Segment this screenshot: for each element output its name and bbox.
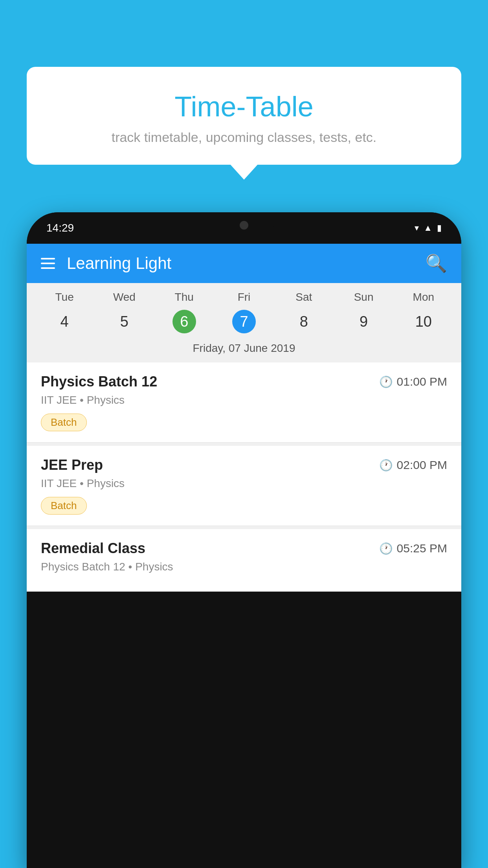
status-time: 14:29	[46, 222, 74, 234]
day-header-fri: Fri	[214, 291, 274, 303]
divider-2	[27, 526, 461, 529]
class-item-2[interactable]: JEE Prep 🕐 02:00 PM IIT JEE • Physics Ba…	[27, 446, 461, 526]
battery-icon: ▮	[437, 223, 442, 233]
class-time-value-1: 01:00 PM	[397, 375, 447, 388]
menu-icon[interactable]	[41, 258, 55, 269]
day-6-today[interactable]: 6	[172, 310, 196, 333]
app-header: Learning Light 🔍	[27, 244, 461, 283]
search-icon[interactable]: 🔍	[426, 255, 447, 272]
clock-icon-3: 🕐	[379, 542, 393, 555]
day-header-mon: Mon	[394, 291, 453, 303]
clock-icon-2: 🕐	[379, 459, 393, 472]
day-header-sat: Sat	[274, 291, 334, 303]
class-item-header-3: Remedial Class 🕐 05:25 PM	[41, 540, 447, 557]
wifi-icon: ▾	[415, 223, 419, 233]
class-meta-3: Physics Batch 12 • Physics	[41, 561, 447, 573]
day-headers: Tue Wed Thu Fri Sat Sun Mon	[31, 283, 457, 307]
tooltip-subtitle: track timetable, upcoming classes, tests…	[46, 130, 442, 145]
batch-tag-2: Batch	[41, 497, 87, 515]
status-icons: ▾ ▲ ▮	[415, 223, 442, 233]
day-header-thu: Thu	[154, 291, 214, 303]
day-4[interactable]: 4	[35, 310, 94, 333]
class-item-3[interactable]: Remedial Class 🕐 05:25 PM Physics Batch …	[27, 529, 461, 592]
class-name-3: Remedial Class	[41, 540, 145, 557]
camera	[240, 221, 248, 230]
day-header-wed: Wed	[94, 291, 154, 303]
class-item-1[interactable]: Physics Batch 12 🕐 01:00 PM IIT JEE • Ph…	[27, 362, 461, 443]
day-10[interactable]: 10	[394, 310, 453, 333]
day-numbers: 4 5 6 7 8 9 10	[31, 307, 457, 338]
divider-1	[27, 443, 461, 446]
day-header-tue: Tue	[35, 291, 94, 303]
phone-notch	[213, 212, 275, 234]
tooltip-title: Time-Table	[46, 90, 442, 123]
day-header-sun: Sun	[334, 291, 393, 303]
class-name-2: JEE Prep	[41, 457, 103, 473]
calendar: Tue Wed Thu Fri Sat Sun Mon 4 5 6 7 8 9 …	[27, 283, 461, 362]
class-time-2: 🕐 02:00 PM	[379, 458, 447, 472]
content-area: Physics Batch 12 🕐 01:00 PM IIT JEE • Ph…	[27, 362, 461, 592]
status-bar: 14:29 ▾ ▲ ▮	[27, 212, 461, 244]
class-time-value-2: 02:00 PM	[397, 458, 447, 472]
class-meta-2: IIT JEE • Physics	[41, 477, 447, 490]
day-8[interactable]: 8	[274, 310, 334, 333]
selected-date-label: Friday, 07 June 2019	[31, 338, 457, 362]
class-item-header-1: Physics Batch 12 🕐 01:00 PM	[41, 373, 447, 390]
day-5[interactable]: 5	[94, 310, 154, 333]
class-time-1: 🕐 01:00 PM	[379, 375, 447, 388]
class-item-header-2: JEE Prep 🕐 02:00 PM	[41, 457, 447, 473]
phone-frame: 14:29 ▾ ▲ ▮ Learning Light 🔍 Tue Wed Thu…	[27, 212, 461, 868]
clock-icon-1: 🕐	[379, 375, 393, 388]
class-meta-1: IIT JEE • Physics	[41, 394, 447, 406]
app-title: Learning Light	[67, 254, 426, 273]
class-time-value-3: 05:25 PM	[397, 542, 447, 555]
day-9[interactable]: 9	[334, 310, 393, 333]
signal-icon: ▲	[424, 223, 432, 233]
batch-tag-1: Batch	[41, 414, 87, 431]
day-7-selected[interactable]: 7	[232, 310, 256, 333]
class-name-1: Physics Batch 12	[41, 373, 157, 390]
class-time-3: 🕐 05:25 PM	[379, 542, 447, 555]
tooltip-card: Time-Table track timetable, upcoming cla…	[27, 67, 461, 165]
